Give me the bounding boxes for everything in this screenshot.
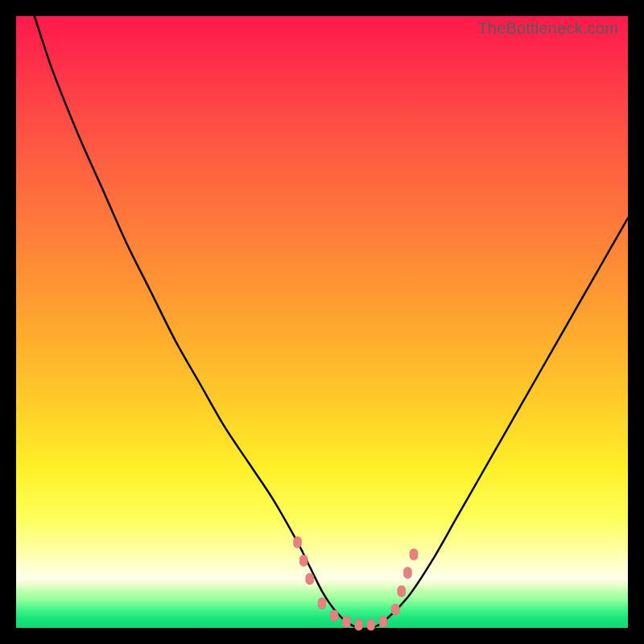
plot-area: TheBottleneck.com xyxy=(16,16,628,628)
optimal-marker xyxy=(391,604,399,615)
bottleneck-curve xyxy=(35,16,628,629)
optimal-marker xyxy=(355,619,363,630)
bottleneck-curve-svg xyxy=(16,16,628,628)
optimal-marker xyxy=(306,573,314,584)
optimal-marker xyxy=(379,616,387,627)
optimal-markers xyxy=(294,537,418,631)
optimal-marker xyxy=(294,537,302,548)
optimal-marker xyxy=(410,549,418,560)
optimal-marker xyxy=(342,616,350,627)
optimal-marker xyxy=(403,568,411,579)
optimal-marker xyxy=(318,598,326,609)
optimal-marker xyxy=(330,610,338,621)
optimal-marker xyxy=(398,585,406,597)
chart-frame: TheBottleneck.com xyxy=(0,0,644,644)
optimal-marker xyxy=(299,555,308,566)
optimal-marker xyxy=(367,619,375,630)
